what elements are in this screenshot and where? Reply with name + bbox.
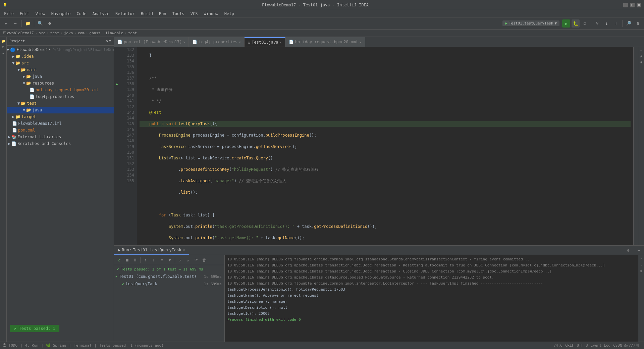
pause-button[interactable]: ⏸ [131, 256, 139, 264]
test01-tab-close[interactable]: ✕ [280, 41, 282, 44]
menu-file[interactable]: File [1, 10, 16, 17]
run-tab[interactable]: ▶ Run: Test01.testQueryTask ✕ [114, 246, 189, 255]
code-scrollbar[interactable] [633, 47, 638, 245]
menu-refactor[interactable]: Refactor [113, 10, 138, 17]
status-spring[interactable]: 🌿 Spring [46, 343, 66, 348]
clear-btn[interactable]: 🗑 [201, 256, 208, 264]
right-icon-3[interactable]: ◑ [639, 60, 644, 64]
log4j-tab-close[interactable]: ✕ [239, 40, 241, 44]
minimize-button[interactable]: ─ [623, 3, 628, 7]
toolbar-search-btn[interactable]: 🔍 [36, 19, 44, 28]
console-icon-3[interactable]: 🗑 [639, 268, 644, 273]
tree-test-java-folder[interactable]: ▼ 📂 java [7, 107, 114, 113]
menu-navigate[interactable]: Navigate [49, 10, 73, 17]
run-config-selector[interactable]: ▶ Test01.testQueryTask ▼ [502, 20, 559, 26]
filter-btn[interactable]: ▼ [166, 256, 173, 264]
run-suite-item[interactable]: ✔ Test01 (com.ghost.flowable.test) 1s 69… [114, 273, 224, 280]
breadcrumb-testpkg[interactable]: test [128, 31, 137, 35]
console-icon-2[interactable]: ↓ [639, 262, 644, 267]
breadcrumb-java[interactable]: java [64, 31, 73, 35]
breadcrumb-flowable[interactable]: flowable [105, 31, 123, 35]
maximize-button[interactable]: □ [630, 3, 635, 7]
tree-src-folder[interactable]: ▼ 📂 src [7, 60, 114, 66]
toolbar-settings-btn[interactable]: ⚙ [46, 19, 54, 28]
tree-external-libs[interactable]: ▶ 📚 External Libraries [7, 134, 114, 140]
stop-button[interactable]: ■ [123, 256, 131, 264]
right-icon-2[interactable]: A [639, 54, 644, 59]
toolbar-coverage-btn[interactable]: ☑ [581, 19, 589, 28]
tab-pom[interactable]: 📄 pom.xml (FlowableDemo17) ✕ [114, 37, 189, 47]
prev-error-btn[interactable]: ↑ [142, 256, 149, 264]
tree-resources-folder[interactable]: ▼ 📂 resources [7, 80, 114, 87]
status-eventlog[interactable]: Event Log [591, 343, 611, 348]
tree-test-folder[interactable]: ▼ 📂 test [7, 100, 114, 107]
breadcrumb-test[interactable]: test [50, 31, 59, 35]
bookmark-icon[interactable]: ★ [1, 50, 6, 56]
menu-edit[interactable]: Edit [17, 10, 32, 17]
tab-test01[interactable]: ☕ Test01.java ✕ [245, 37, 285, 47]
toolbar-push-btn[interactable]: ↑ [612, 19, 620, 28]
breadcrumb-ghost[interactable]: ghost [90, 31, 101, 35]
toolbar-git-btn[interactable]: ⑂ [593, 19, 601, 28]
breadcrumb-com[interactable]: com [78, 31, 85, 35]
toolbar-project-btn[interactable]: 📁 [24, 19, 32, 28]
pom-tab-close[interactable]: ✕ [183, 40, 185, 44]
export-btn[interactable]: ↗ [176, 256, 184, 264]
code-editor[interactable]: ▶ [114, 47, 644, 245]
sort-btn[interactable]: ≡ [158, 256, 165, 264]
menu-run[interactable]: Run [156, 10, 169, 17]
toolbar-terminal-btn[interactable]: $ [634, 19, 642, 28]
tree-scratches[interactable]: ▶ 📄 Scratches and Consoles [7, 140, 114, 147]
close-button[interactable]: ✕ [637, 3, 641, 7]
hide-btn[interactable]: − [634, 246, 644, 255]
run-tab-close[interactable]: ✕ [183, 248, 185, 252]
tree-target-folder[interactable]: ▶ 📁 target [7, 113, 114, 120]
menu-view[interactable]: View [33, 10, 48, 17]
breadcrumb-project[interactable]: FlowableDemo17 [3, 31, 34, 35]
toolbar-update-btn[interactable]: ↓ [603, 19, 611, 28]
status-todo[interactable]: ⓺ TODO [3, 343, 17, 348]
status-terminal[interactable]: Terminal [74, 343, 92, 348]
structure-icon[interactable]: ⊞ [1, 44, 6, 50]
menu-code[interactable]: Code [74, 10, 89, 17]
menu-window[interactable]: Window [201, 10, 221, 17]
tree-pom-file[interactable]: 📄 pom.xml [7, 127, 114, 134]
project-settings-icon[interactable]: ⚙ [106, 39, 108, 43]
toolbar-forward-btn[interactable]: → [11, 19, 19, 28]
menu-help[interactable]: Help [222, 10, 237, 17]
debug-button[interactable]: 🐛 [572, 19, 580, 28]
next-error-btn[interactable]: ↓ [150, 256, 157, 264]
bpmn-tab-close[interactable]: ✕ [360, 40, 362, 44]
menu-tools[interactable]: Tools [170, 10, 187, 17]
run-config-dropdown[interactable]: ▼ [554, 21, 557, 26]
code-content[interactable]: } /** * 查询任务 * */ @Test public void test… [137, 47, 633, 245]
tree-bpmn-file[interactable]: 📄 holiday-request.bpmn20.xml [7, 87, 114, 93]
tab-bpmn[interactable]: 📄 holiday-request.bpmn20.xml ✕ [285, 37, 365, 47]
project-icon[interactable]: 📁 [1, 38, 6, 44]
run-button[interactable]: ▶ [562, 19, 570, 28]
project-expand-icon[interactable]: ≡ [109, 39, 111, 43]
toolbar-find-btn[interactable]: 🔎 [625, 19, 633, 28]
tree-main-java-folder[interactable]: ▶ 📂 java [7, 73, 114, 80]
status-run[interactable]: 4: Run [25, 343, 39, 348]
rerun-button[interactable]: ↺ [115, 256, 123, 264]
run-test-item[interactable]: ✔ testQueryTask 1s 699ms [114, 280, 224, 288]
tree-main-folder[interactable]: ▼ 📂 main [7, 66, 114, 73]
refresh-btn[interactable]: ⟳ [193, 256, 200, 264]
console-icon-1[interactable]: ↑ [639, 256, 644, 261]
settings-btn[interactable]: ⚙ [623, 246, 634, 255]
tree-log4j-file[interactable]: 📄 log4j.properties [7, 93, 114, 100]
tree-iml-file[interactable]: 📄 FlowableDemo17.iml [7, 120, 114, 127]
tab-log4j[interactable]: 📄 log4j.properties ✕ [189, 37, 245, 47]
menu-build[interactable]: Build [138, 10, 156, 17]
menu-analyze[interactable]: Analyze [90, 10, 112, 17]
right-icon-1[interactable]: ≡ [639, 48, 644, 53]
console-output[interactable]: 10:09:58,116 [main] DEBUG org.flowable.e… [225, 255, 638, 349]
gutter-138[interactable]: ▶ [114, 81, 120, 87]
toolbar-back-btn[interactable]: ← [2, 19, 10, 28]
tree-idea-folder[interactable]: ▶ 📁 .idea [7, 53, 114, 60]
import-btn[interactable]: ↙ [184, 256, 192, 264]
breadcrumb-src[interactable]: src [39, 31, 45, 35]
tree-project-root[interactable]: ▼ 🔵 FlowableDemo17 D:\huang\Project\Flow… [7, 46, 114, 53]
menu-vcs[interactable]: VCS [188, 10, 201, 17]
